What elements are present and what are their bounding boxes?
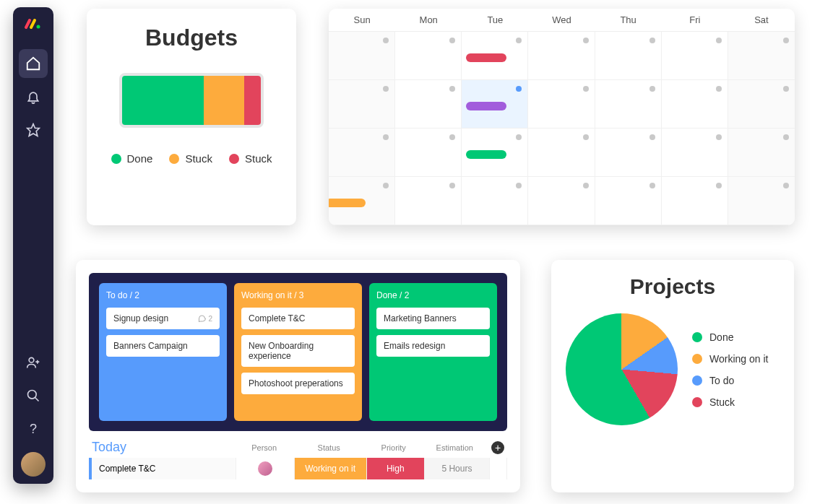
cal-cell[interactable] (595, 80, 662, 129)
battery-segment-done (122, 76, 204, 125)
projects-title: Projects (566, 274, 780, 299)
cal-cell[interactable] (662, 177, 728, 225)
cal-day-sun: Sun (329, 9, 395, 31)
avatar (258, 461, 272, 476)
cal-cell[interactable] (528, 32, 595, 80)
table-header-status: Status (293, 443, 364, 452)
cal-cell[interactable] (728, 177, 795, 225)
cal-cell[interactable] (395, 80, 462, 129)
kanban-card-item[interactable]: Photoshoot preperations (241, 373, 355, 394)
svg-point-0 (37, 25, 40, 29)
projects-pie-chart (566, 313, 678, 425)
search-icon[interactable] (19, 381, 48, 410)
help-icon[interactable]: ? (19, 414, 48, 443)
table-header-person: Person (236, 443, 293, 452)
legend-stuck-1: Stuck (169, 152, 212, 165)
cal-cell[interactable] (595, 177, 662, 225)
cal-cell[interactable] (462, 80, 528, 129)
projects-legend: Done Working on it To do Stuck (692, 331, 768, 408)
budgets-card: Budgets Done Stuck Stuck (87, 9, 296, 225)
kanban-col-title: To do / 2 (106, 290, 220, 300)
star-icon[interactable] (19, 116, 48, 144)
kanban-card-item[interactable]: Emails redesign (376, 335, 490, 357)
kanban-card: To do / 2 Signup design2 Banners Campaig… (76, 260, 520, 492)
legend-stuck: Stuck (692, 396, 768, 408)
cal-cell[interactable] (595, 129, 662, 177)
priority-cell[interactable]: High (367, 458, 425, 479)
cal-cell[interactable] (728, 129, 795, 177)
cal-cell[interactable] (728, 32, 795, 80)
cal-day-thu: Thu (595, 9, 662, 31)
today-table: Today Person Status Priority Estimation … (89, 440, 507, 479)
calendar-card: Sun Mon Tue Wed Thu Fri Sat (329, 9, 795, 225)
table-row[interactable]: Complete T&C Working on it High 5 Hours (89, 458, 507, 479)
cal-day-sat: Sat (728, 9, 795, 31)
table-header-estimation: Estimation (422, 443, 487, 452)
status-cell[interactable]: Working on it (295, 458, 367, 479)
projects-card: Projects Done Working on it To do Stuck (551, 260, 794, 492)
kanban-card-item[interactable]: Signup design2 (106, 308, 220, 329)
calendar-header: Sun Mon Tue Wed Thu Fri Sat (329, 9, 795, 32)
add-user-icon[interactable] (19, 348, 48, 377)
cal-cell[interactable] (462, 177, 528, 225)
cal-cell[interactable] (395, 32, 462, 80)
kanban-col-working: Working on it / 3 Complete T&C New Onboa… (234, 283, 362, 421)
home-icon[interactable] (19, 49, 48, 78)
budgets-legend: Done Stuck Stuck (103, 152, 280, 165)
svg-marker-1 (27, 124, 40, 136)
cal-day-tue: Tue (462, 9, 528, 31)
svg-point-3 (28, 391, 37, 399)
task-name: Complete T&C (92, 458, 236, 479)
cal-cell[interactable] (528, 80, 595, 129)
kanban-col-title: Done / 2 (376, 290, 490, 300)
cal-cell[interactable] (528, 177, 595, 225)
cal-cell[interactable] (395, 177, 462, 225)
today-label: Today (92, 440, 236, 455)
legend-todo: To do (692, 375, 768, 386)
logo-icon (24, 14, 43, 36)
calendar-body (329, 32, 795, 225)
cal-cell[interactable] (728, 80, 795, 129)
cal-day-mon: Mon (395, 9, 462, 31)
kanban-card-item[interactable]: New Onboarding experience (241, 335, 355, 367)
legend-stuck-2: Stuck (229, 152, 272, 165)
cal-day-fri: Fri (662, 9, 728, 31)
legend-working: Working on it (692, 353, 768, 365)
budgets-battery-chart (119, 73, 264, 128)
kanban-col-todo: To do / 2 Signup design2 Banners Campaig… (99, 283, 227, 421)
kanban-card-item[interactable]: Marketing Banners (376, 308, 490, 329)
cal-cell[interactable] (528, 129, 595, 177)
cal-cell[interactable] (329, 177, 395, 225)
avatar[interactable] (21, 452, 46, 477)
add-column-button[interactable]: + (487, 441, 504, 454)
kanban-card-item[interactable]: Complete T&C (241, 308, 355, 329)
svg-point-2 (29, 357, 34, 362)
person-cell[interactable] (236, 458, 294, 479)
table-header-priority: Priority (365, 443, 423, 452)
kanban-col-title: Working on it / 3 (241, 290, 355, 300)
estimation-cell[interactable]: 5 Hours (425, 458, 490, 479)
cal-cell[interactable] (329, 32, 395, 80)
cal-cell[interactable] (462, 32, 528, 80)
cal-cell[interactable] (395, 129, 462, 177)
legend-done: Done (692, 331, 768, 343)
cal-cell[interactable] (662, 80, 728, 129)
bell-icon[interactable] (19, 82, 48, 111)
cal-cell[interactable] (329, 80, 395, 129)
sidebar: ? (13, 7, 53, 484)
kanban-col-done: Done / 2 Marketing Banners Emails redesi… (369, 283, 497, 421)
cal-cell[interactable] (595, 32, 662, 80)
budgets-title: Budgets (103, 25, 280, 51)
battery-segment-stuck-1 (204, 76, 244, 125)
cal-cell[interactable] (462, 129, 528, 177)
comment-icon: 2 (198, 314, 212, 323)
kanban-card-item[interactable]: Banners Campaign (106, 335, 220, 357)
cal-day-wed: Wed (528, 9, 595, 31)
battery-segment-stuck-2 (244, 76, 261, 125)
legend-done: Done (111, 152, 153, 165)
cal-cell[interactable] (662, 32, 728, 80)
cal-cell[interactable] (329, 129, 395, 177)
cal-cell[interactable] (662, 129, 728, 177)
kanban-board: To do / 2 Signup design2 Banners Campaig… (89, 273, 507, 431)
